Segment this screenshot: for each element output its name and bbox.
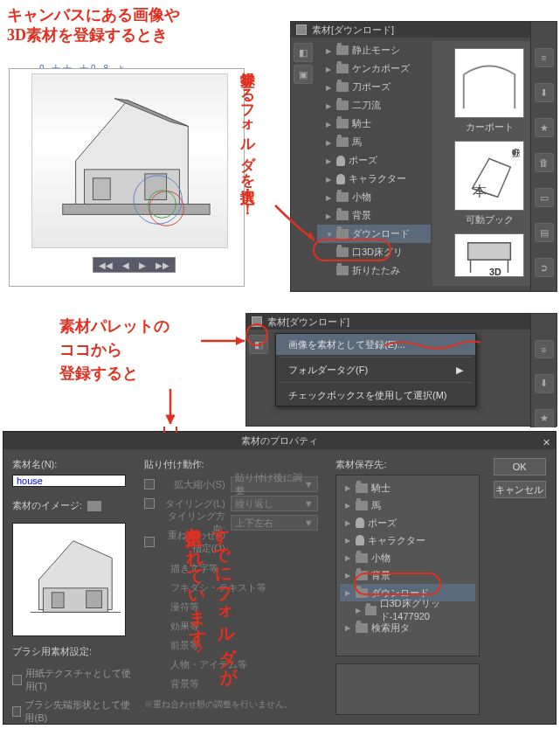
material-preview (12, 523, 126, 636)
tree-arrow-icon (326, 267, 333, 274)
folder-icon (336, 137, 349, 147)
tree-item-キャラクター[interactable]: ▶キャラクター (317, 170, 431, 188)
side-btn-folder[interactable]: ▭ (535, 188, 554, 207)
search-tags-area[interactable] (335, 663, 480, 715)
tree-item-刀ポーズ[interactable]: ▶刀ポーズ (317, 78, 431, 96)
tool-btn-1[interactable]: ◧ (294, 43, 313, 62)
menu-folder-tag[interactable]: フォルダータグ(F)▶ (276, 359, 475, 380)
tree-item-騎士[interactable]: ▶騎士 (317, 115, 431, 133)
thumb-3d[interactable]: 3D (454, 233, 524, 277)
nav-next-icon[interactable]: ▶▶ (156, 260, 169, 270)
thumb-carport[interactable]: カーポート (454, 48, 524, 134)
material-name-input[interactable] (12, 475, 126, 487)
category-効果等[interactable]: 効果等 (144, 616, 326, 635)
brush-settings-label: ブラシ用素材設定: (12, 645, 134, 658)
side-btn-m2[interactable]: ⬇ (535, 374, 554, 392)
tree-item-背景[interactable]: ▶背景 (317, 206, 431, 225)
checkbox-icon[interactable] (144, 479, 155, 489)
side-btn-star[interactable]: ★ (535, 118, 554, 137)
ok-button[interactable]: OK (494, 458, 546, 476)
category-人物・アイテム等[interactable]: 人物・アイテム等 (144, 655, 326, 674)
category-背景等[interactable]: 背景等 (144, 674, 326, 693)
menu-separator (280, 382, 472, 383)
tree-arrow-icon (326, 249, 333, 256)
folder-icon (336, 82, 349, 92)
menu-register-image[interactable]: 画像を素材として登録(E)... (276, 334, 475, 355)
save-folder-tree[interactable]: ▶騎士▶馬▶ポーズ▶キャラクター▶小物▶背景▶ダウンロード▶口3D床グリッド-1… (335, 475, 480, 656)
person-icon (356, 535, 364, 545)
category-漫符等[interactable]: 漫符等 (144, 597, 326, 616)
checkbox-icon[interactable] (144, 537, 155, 547)
combo-2[interactable]: 上下左右▼ (231, 515, 318, 531)
layer-icon (252, 316, 262, 327)
paste-option-3[interactable]: 重ね合わせの指定(O) (144, 532, 326, 552)
folder-tree[interactable]: ▶静止モーシ▶ケンカポーズ▶刀ポーズ▶二刀流▶騎士▶馬▶ポーズ▶キャラクター▶小… (317, 41, 431, 286)
category-フキダシ・テキスト等[interactable]: フキダシ・テキスト等 (144, 578, 326, 597)
material-properties-dialog: 素材のプロパティ ✕ 素材名(N): 素材のイメージ: ブラシ用素材設定: 用紙… (3, 431, 557, 725)
folder-icon (336, 211, 349, 220)
save-tree-item-キャラクター[interactable]: ▶キャラクター (340, 531, 475, 549)
material-panel-mid: 素材[ダウンロード] ◧ 画像を素材として登録(E)... フォルダータグ(F)… (245, 313, 557, 427)
side-btn-m3[interactable]: ★ (535, 409, 554, 427)
thumb-book[interactable]: 可動の本 可動ブック (454, 141, 524, 226)
canvas-nav-bar[interactable]: ◀◀ ◀ ▶ ▶▶ (93, 257, 176, 273)
material-name-label: 素材名(N): (12, 458, 134, 471)
tree-arrow-icon: ▶ (326, 194, 333, 201)
close-icon[interactable]: ✕ (540, 434, 552, 446)
folder-icon (336, 192, 349, 202)
folder-icon (356, 588, 368, 598)
tool-btn-m1[interactable]: ◧ (249, 335, 268, 354)
category-前景等[interactable]: 前景等 (144, 635, 326, 655)
save-tree-item-小物[interactable]: ▶小物 (340, 549, 475, 566)
save-tree-item-馬[interactable]: ▶馬 (340, 496, 475, 514)
tree-item-折りたたみ[interactable]: 折りたたみ (317, 261, 431, 280)
nav-first-icon[interactable]: ◀◀ (99, 260, 113, 270)
side-btn-menu[interactable]: ≡ (535, 48, 554, 67)
folder-icon (336, 247, 349, 257)
side-btn-trash[interactable]: 🗑 (535, 153, 554, 172)
nav-play-icon[interactable]: ▶ (139, 260, 146, 270)
tree-arrow-icon: ▶ (345, 537, 352, 544)
save-tree-item-騎士[interactable]: ▶騎士 (340, 479, 475, 496)
tree-item-小物[interactable]: ▶小物 (317, 188, 431, 206)
nav-prev-icon[interactable]: ◀ (122, 260, 129, 270)
tree-item-ポーズ[interactable]: ▶ポーズ (317, 151, 431, 170)
save-location-label: 素材保存先: (335, 458, 482, 471)
tree-item-ケンカポーズ[interactable]: ▶ケンカポーズ (317, 59, 431, 78)
panel-mid-header: 素材[ダウンロード] (246, 314, 557, 330)
side-btn-page[interactable]: ▤ (535, 223, 554, 242)
save-tree-item-口3D床グリッド-1477920[interactable]: ▶口3D床グリッド-1477920 (340, 601, 475, 619)
tree-item-ダウンロード[interactable]: ▼ダウンロード (317, 225, 431, 243)
side-btn-download[interactable]: ⬇ (535, 83, 554, 102)
svg-rect-17 (86, 591, 102, 608)
tree-item-二刀流[interactable]: ▶二刀流 (317, 96, 431, 115)
save-tree-item-背景[interactable]: ▶背景 (340, 566, 475, 584)
save-tree-item-ポーズ[interactable]: ▶ポーズ (340, 514, 475, 531)
person-icon (336, 156, 345, 166)
panel-mid-left-toolbar: ◧ (246, 330, 271, 426)
tree-arrow-icon: ▶ (326, 66, 333, 73)
chk-brush-tip[interactable]: ブラシ先端形状として使用(B) (12, 698, 134, 725)
checkbox-icon[interactable] (144, 498, 155, 509)
folder-icon (336, 64, 349, 73)
tree-item-口3D床グリ[interactable]: 口3D床グリ (317, 243, 431, 261)
folder-icon (365, 606, 376, 615)
combo-0[interactable]: 貼り付け後に調整▼ (231, 476, 318, 492)
svg-rect-6 (63, 205, 210, 215)
tree-item-馬[interactable]: ▶馬 (317, 133, 431, 151)
tree-item-静止モーシ[interactable]: ▶静止モーシ (317, 41, 431, 59)
tree-arrow-icon: ▶ (326, 121, 333, 128)
annotation-1: キャンバスにある画像や 3D素材を登録するとき (7, 5, 180, 46)
cancel-button[interactable]: キャンセル (494, 481, 546, 498)
image-icon[interactable] (87, 501, 101, 511)
chk-paper-texture[interactable]: 用紙テクスチャとして使用(T) (12, 667, 134, 693)
paste-option-0[interactable]: 拡大縮小(S)貼り付け後に調整▼ (144, 475, 326, 494)
menu-checkbox-select[interactable]: チェックボックスを使用して選択(M) (276, 385, 475, 406)
side-btn-m1[interactable]: ≡ (535, 340, 554, 358)
combo-1[interactable]: 繰り返し▼ (231, 496, 318, 511)
tree-arrow-icon: ▶ (345, 519, 352, 526)
side-btn-open[interactable]: ➲ (535, 258, 554, 277)
overlay-note: ※重ね合わせ順の調整を行いません。 (144, 698, 326, 711)
tool-btn-2[interactable]: ▣ (294, 65, 313, 84)
category-描き文字等[interactable]: 描き文字等 (144, 559, 326, 578)
